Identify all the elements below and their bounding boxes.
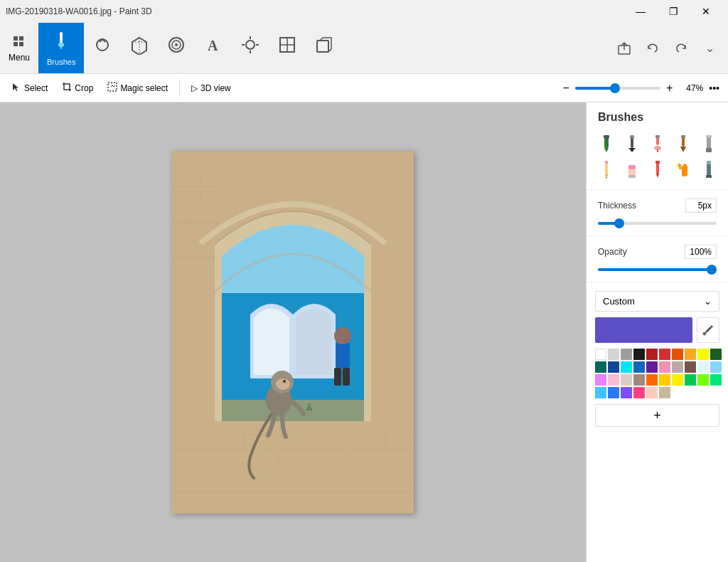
overflow-button[interactable]: ⌄ xyxy=(697,36,722,61)
color-bright-green[interactable] xyxy=(685,374,696,386)
svg-rect-68 xyxy=(706,148,712,152)
zoom-slider[interactable] xyxy=(575,87,660,90)
color-yellow[interactable] xyxy=(697,349,709,360)
svg-rect-62 xyxy=(657,149,658,152)
color-blue[interactable] xyxy=(633,361,645,373)
color-hot-pink[interactable] xyxy=(633,387,645,398)
zoom-thumb[interactable] xyxy=(610,83,620,93)
menu-button[interactable]: Menu xyxy=(0,23,38,73)
color-peach[interactable] xyxy=(646,387,658,398)
svg-rect-69 xyxy=(706,135,712,138)
svg-rect-22 xyxy=(108,83,117,91)
color-white[interactable] xyxy=(595,349,606,360)
svg-rect-92 xyxy=(707,161,711,164)
3d-view-button[interactable]: ▷ 3D view xyxy=(186,78,237,99)
select-button[interactable]: Select xyxy=(6,78,53,99)
color-warm-gray[interactable] xyxy=(672,361,683,373)
color-dark[interactable] xyxy=(633,349,645,360)
color-orange[interactable] xyxy=(672,349,683,360)
svg-rect-80 xyxy=(655,161,660,164)
color-light-pink[interactable] xyxy=(608,374,619,386)
toolbar-sep-1 xyxy=(179,80,180,97)
add-color-icon: + xyxy=(653,408,661,423)
ribbon-brushes[interactable]: Brushes xyxy=(38,23,84,73)
magic-select-button[interactable]: Magic select xyxy=(102,78,173,99)
svg-rect-84 xyxy=(679,166,683,169)
svg-rect-50 xyxy=(336,343,350,368)
color-dodger[interactable] xyxy=(608,387,619,398)
undo-button[interactable] xyxy=(640,36,665,61)
color-light-gray[interactable] xyxy=(608,349,619,360)
color-bright-yellow[interactable] xyxy=(659,374,670,386)
share-button[interactable] xyxy=(611,36,637,61)
divider-2 xyxy=(587,235,728,236)
canvas-icon xyxy=(277,35,297,59)
custom-dropdown[interactable]: Custom ⌄ xyxy=(595,291,719,312)
brush-eraser[interactable] xyxy=(621,158,643,181)
svg-text:A: A xyxy=(208,38,218,53)
ribbon-3d-library[interactable] xyxy=(306,23,343,73)
brush-watercolor[interactable] xyxy=(672,132,695,155)
3d-view-icon: ▷ xyxy=(191,83,198,93)
color-violet[interactable] xyxy=(621,387,632,398)
brush-marker[interactable] xyxy=(595,132,618,155)
color-neon[interactable] xyxy=(710,374,722,386)
color-pink[interactable] xyxy=(659,361,670,373)
color-dark-red[interactable] xyxy=(646,349,658,360)
add-color-button[interactable]: + xyxy=(595,404,719,427)
ribbon-effects[interactable] xyxy=(232,23,269,73)
color-khaki[interactable] xyxy=(659,387,670,398)
selected-color-preview[interactable] xyxy=(595,317,692,343)
color-dark-blue[interactable] xyxy=(608,361,619,373)
color-teal[interactable] xyxy=(595,361,606,373)
color-light-brown[interactable] xyxy=(633,374,645,386)
ribbon-canvas[interactable] xyxy=(269,23,306,73)
thickness-slider[interactable] xyxy=(598,222,717,225)
svg-point-87 xyxy=(678,163,679,164)
ribbon-3d-shapes[interactable] xyxy=(121,23,158,73)
canvas-area[interactable] xyxy=(0,102,586,562)
zoom-plus-button[interactable]: + xyxy=(663,82,675,95)
color-brown[interactable] xyxy=(685,361,696,373)
ribbon-text[interactable]: A xyxy=(195,23,232,73)
color-bright-orange[interactable] xyxy=(646,374,658,386)
color-red[interactable] xyxy=(659,349,670,360)
color-tan[interactable] xyxy=(621,374,632,386)
brush-pencil[interactable] xyxy=(595,158,618,181)
color-gray[interactable] xyxy=(621,349,632,360)
color-purple[interactable] xyxy=(646,361,658,373)
brush-calligraphy[interactable] xyxy=(621,132,643,155)
color-cyan[interactable] xyxy=(621,361,632,373)
close-button[interactable]: ✕ xyxy=(690,0,722,23)
svg-rect-66 xyxy=(681,135,685,138)
redo-button[interactable] xyxy=(668,36,694,61)
2d-shapes-icon xyxy=(92,35,112,59)
ribbon-2d-shapes[interactable] xyxy=(84,23,121,73)
svg-rect-85 xyxy=(684,164,686,166)
opacity-slider[interactable] xyxy=(598,268,717,271)
brush-crayon[interactable] xyxy=(646,158,669,181)
ribbon: Menu Brushes xyxy=(0,23,728,74)
color-light-blue[interactable] xyxy=(710,361,722,373)
brush-oil[interactable] xyxy=(646,132,669,155)
menu-label: Menu xyxy=(9,53,30,63)
svg-point-12 xyxy=(246,41,255,49)
crop-button[interactable]: Crop xyxy=(56,78,99,99)
brush-flat-marker[interactable] xyxy=(697,132,720,155)
zoom-minus-button[interactable]: − xyxy=(560,82,572,95)
color-bright-yellow2[interactable] xyxy=(672,374,683,386)
color-dark-green[interactable] xyxy=(710,349,722,360)
color-neon-green[interactable] xyxy=(697,374,709,386)
more-button[interactable]: ••• xyxy=(706,83,722,94)
color-magenta[interactable] xyxy=(595,374,606,386)
color-light-cyan[interactable] xyxy=(697,361,709,373)
color-sky[interactable] xyxy=(595,387,606,398)
brush-pixel[interactable] xyxy=(697,158,720,181)
minimize-button[interactable]: — xyxy=(624,0,657,23)
svg-rect-53 xyxy=(343,368,350,386)
ribbon-stickers[interactable] xyxy=(158,23,195,73)
restore-button[interactable]: ❐ xyxy=(657,0,690,23)
eyedropper-button[interactable] xyxy=(697,317,719,343)
brush-spray[interactable] xyxy=(672,158,695,181)
color-amber[interactable] xyxy=(685,349,696,360)
